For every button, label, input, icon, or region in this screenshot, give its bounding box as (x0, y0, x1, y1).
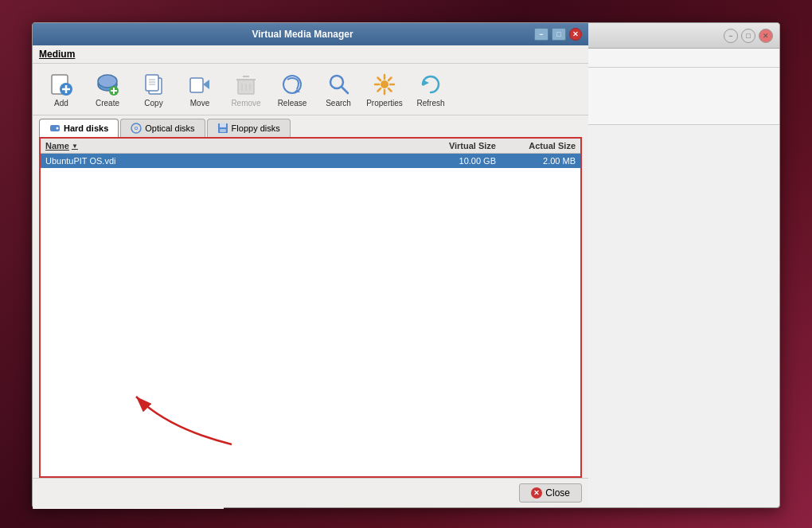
vmm-title-bar: Virtual Media Manager − □ ✕ (33, 23, 588, 45)
vmm-add-label: Add (54, 99, 68, 108)
tab-floppy-disks-label: Floppy disks (232, 123, 280, 133)
svg-point-51 (57, 127, 59, 130)
svg-marker-29 (203, 80, 209, 89)
vmm-properties-icon (372, 72, 397, 97)
svg-line-39 (342, 87, 348, 93)
vmm-move-button[interactable]: Move (178, 67, 222, 111)
vmm-properties-label: Properties (366, 99, 403, 108)
header-vsize-label: Virtual Size (449, 141, 496, 151)
vmm-table-container: Name ▼ Virtual Size Actual Size UbuntuPI… (39, 137, 582, 478)
vmm-close-button[interactable]: ✕ Close (519, 483, 582, 503)
vmm-refresh-icon (418, 72, 443, 97)
vmm-maximize-button[interactable]: □ (552, 28, 566, 41)
close-button-label: Close (545, 487, 570, 499)
svg-rect-24 (146, 75, 158, 91)
table-row[interactable]: UbuntuPIT OS.vdi 10.00 GB 2.00 MB (41, 154, 580, 168)
title-bar-buttons: − □ ✕ (724, 29, 773, 43)
vmm-table-header: Name ▼ Virtual Size Actual Size (41, 139, 580, 154)
vmm-table-body: UbuntuPIT OS.vdi 10.00 GB 2.00 MB (41, 154, 580, 168)
vmm-toolbar: Add Create (33, 64, 588, 115)
svg-rect-57 (220, 129, 226, 132)
svg-marker-49 (423, 80, 429, 86)
tab-optical-disks-label: Optical disks (145, 123, 194, 133)
svg-rect-56 (220, 123, 226, 127)
vmm-move-icon (187, 72, 213, 97)
tab-hard-disks-label: Hard disks (64, 123, 108, 133)
svg-line-46 (388, 88, 392, 92)
vmm-search-label: Search (326, 99, 351, 108)
tab-floppy-disks[interactable]: Floppy disks (207, 119, 291, 137)
vmm-dialog: Virtual Media Manager − □ ✕ Medium (33, 23, 588, 507)
svg-rect-28 (190, 78, 203, 92)
content-area: Virtual Media Manager − □ ✕ Medium (33, 125, 779, 509)
vmm-copy-button[interactable]: Copy (131, 67, 176, 111)
sort-arrow-icon: ▼ (72, 143, 78, 150)
vmm-close-title-button[interactable]: ✕ (569, 28, 582, 41)
vmm-footer: ✕ Close (33, 478, 588, 507)
annotation-arrow (88, 357, 264, 460)
svg-point-54 (135, 127, 137, 129)
svg-point-40 (381, 80, 388, 88)
vmm-add-button[interactable]: Add (39, 67, 84, 111)
row-name: UbuntuPIT OS.vdi (45, 156, 416, 166)
vmm-minimize-button[interactable]: − (534, 28, 548, 41)
tab-hard-disks[interactable]: Hard disks (39, 119, 119, 137)
header-asize-label: Actual Size (529, 141, 576, 151)
hard-disk-tab-icon (49, 123, 61, 134)
vmm-create-icon (95, 72, 120, 97)
close-button[interactable]: ✕ (759, 29, 773, 43)
svg-point-19 (98, 75, 117, 88)
tab-optical-disks[interactable]: Optical disks (120, 119, 205, 137)
close-circle-icon: ✕ (531, 487, 542, 499)
header-vsize[interactable]: Virtual Size (416, 141, 496, 151)
vmm-remove-label: Remove (231, 99, 260, 108)
vmm-medium-bar: Medium (33, 45, 588, 64)
vmm-create-button[interactable]: Create (85, 67, 130, 111)
vmm-tabs: Hard disks Optical disks (33, 115, 588, 137)
header-name[interactable]: Name ▼ (45, 141, 416, 151)
vmm-move-label: Move (190, 99, 209, 108)
vmm-title-controls: − □ ✕ (534, 28, 582, 41)
row-asize: 2.00 MB (496, 156, 576, 166)
medium-label: Medium (39, 49, 75, 60)
vmm-release-label: Release (278, 99, 307, 108)
vmm-release-button[interactable]: Release (270, 67, 314, 111)
optical-tab-icon (131, 123, 142, 134)
vmm-refresh-button[interactable]: Refresh (408, 67, 453, 111)
header-name-label: Name (45, 141, 69, 151)
svg-line-47 (388, 77, 392, 80)
floppy-tab-icon (217, 123, 228, 134)
header-asize[interactable]: Actual Size (496, 141, 576, 151)
vmm-search-button[interactable]: Search (316, 67, 361, 111)
vmm-remove-button: Remove (224, 67, 268, 111)
vmm-properties-button[interactable]: Properties (362, 67, 407, 111)
vmm-release-icon (279, 72, 305, 97)
vmm-refresh-label: Refresh (416, 99, 444, 108)
row-vsize: 10.00 GB (416, 156, 496, 166)
vmm-copy-icon (141, 72, 166, 97)
maximize-button[interactable]: □ (741, 29, 755, 43)
vmm-copy-label: Copy (144, 99, 162, 108)
minimize-button[interactable]: − (724, 29, 738, 43)
svg-line-48 (378, 88, 381, 92)
vmm-create-label: Create (96, 99, 119, 108)
svg-line-45 (378, 77, 381, 80)
vmm-add-icon (49, 72, 74, 97)
vmm-search-icon (326, 72, 351, 97)
vmm-remove-icon (233, 72, 259, 97)
vmm-title: Virtual Media Manager (252, 29, 353, 40)
vbox-window: Oracle VM VirtualBox Manager − □ ✕ File … (32, 22, 780, 508)
